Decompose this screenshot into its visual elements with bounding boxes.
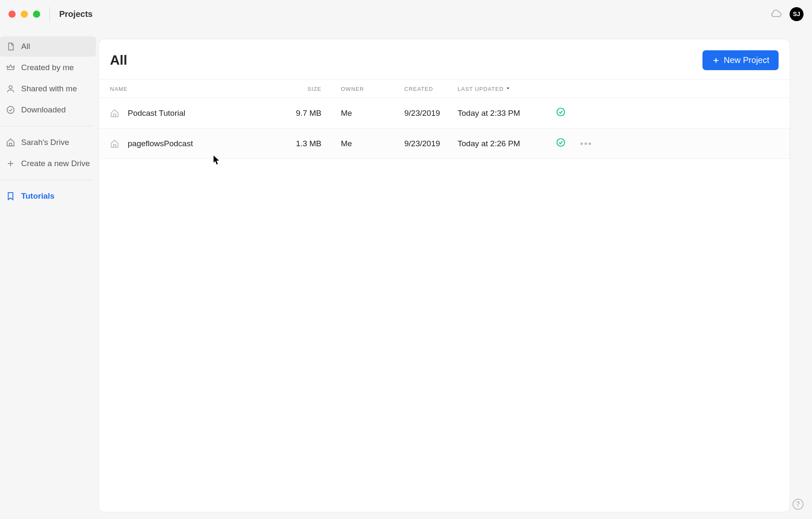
sidebar-filter-label: Shared with me — [21, 84, 77, 93]
table-header: NAME SIZE OWNER CREATED LAST UPDATED — [99, 79, 790, 98]
help-button[interactable]: ? — [793, 499, 804, 510]
sidebar-filter-shared-with-me[interactable]: Shared with me — [0, 79, 96, 99]
project-size: 1.3 MB — [279, 139, 321, 148]
minimize-window-button[interactable] — [21, 11, 28, 18]
row-more-actions-button[interactable]: ••• — [580, 139, 592, 148]
project-name: Podcast Tutorial — [128, 109, 185, 118]
sidebar-drive-label: Sarah's Drive — [21, 138, 69, 147]
help-label: ? — [796, 500, 800, 508]
project-created: 9/23/2019 — [404, 139, 458, 148]
home-icon — [6, 138, 15, 147]
window-title: Projects — [59, 9, 93, 19]
sidebar-tutorials-label: Tutorials — [21, 191, 55, 201]
titlebar: Projects SJ — [0, 0, 812, 28]
close-window-button[interactable] — [8, 11, 16, 18]
synced-check-icon — [556, 137, 566, 150]
synced-check-icon — [556, 107, 566, 119]
crown-icon — [6, 63, 15, 72]
panel-title: All — [110, 52, 127, 68]
table-row[interactable]: pageflowsPodcast 1.3 MB Me 9/23/2019 Tod… — [99, 128, 790, 159]
project-size: 9.7 MB — [279, 109, 321, 118]
svg-point-0 — [9, 86, 12, 89]
column-header-owner[interactable]: OWNER — [341, 86, 404, 92]
bookmark-icon — [6, 191, 15, 201]
project-created: 9/23/2019 — [404, 109, 458, 118]
window-controls — [8, 7, 50, 21]
person-icon — [6, 84, 15, 93]
home-icon — [110, 139, 119, 148]
column-header-last-updated[interactable]: LAST UPDATED — [458, 86, 548, 92]
table-row[interactable]: Podcast Tutorial 9.7 MB Me 9/23/2019 Tod… — [99, 98, 790, 128]
new-project-label: New Project — [724, 55, 769, 65]
plus-icon — [712, 56, 720, 65]
plus-icon — [6, 159, 15, 168]
column-header-size[interactable]: SIZE — [279, 86, 321, 92]
column-header-last-updated-label: LAST UPDATED — [458, 86, 504, 92]
document-icon — [6, 42, 15, 51]
column-header-name[interactable]: NAME — [110, 86, 279, 92]
user-avatar[interactable]: SJ — [790, 7, 804, 21]
new-project-button[interactable]: New Project — [702, 50, 779, 70]
projects-panel: All New Project NAME SIZE OWNER CREATED … — [99, 39, 790, 512]
check-circle-icon — [6, 105, 15, 115]
sidebar-filter-all[interactable]: All — [0, 36, 96, 57]
column-header-created[interactable]: CREATED — [404, 86, 458, 92]
table-body: Podcast Tutorial 9.7 MB Me 9/23/2019 Tod… — [99, 98, 790, 159]
sidebar-separator — [0, 180, 93, 180]
cloud-sync-icon[interactable] — [770, 7, 782, 21]
project-last-updated: Today at 2:33 PM — [458, 109, 548, 118]
project-owner: Me — [341, 139, 404, 148]
sidebar-create-drive-label: Create a new Drive — [21, 159, 90, 168]
sidebar-filter-label: Downloaded — [21, 105, 66, 115]
sidebar-create-drive[interactable]: Create a new Drive — [0, 153, 96, 174]
project-name: pageflowsPodcast — [128, 139, 193, 148]
sidebar-separator — [0, 126, 93, 126]
sidebar-filter-label: All — [21, 42, 30, 51]
sidebar-drive-item[interactable]: Sarah's Drive — [0, 132, 96, 153]
sort-descending-icon — [505, 86, 510, 92]
main-area: All New Project NAME SIZE OWNER CREATED … — [99, 28, 790, 519]
fullscreen-window-button[interactable] — [33, 11, 40, 18]
project-last-updated: Today at 2:26 PM — [458, 139, 548, 148]
sidebar-filter-downloaded[interactable]: Downloaded — [0, 100, 96, 120]
user-initials: SJ — [793, 11, 800, 17]
svg-point-1 — [7, 107, 14, 114]
svg-point-2 — [557, 108, 565, 116]
sidebar-tutorials[interactable]: Tutorials — [0, 186, 96, 206]
svg-point-3 — [557, 139, 565, 146]
sidebar-filter-label: Created by me — [21, 63, 74, 72]
sidebar-filter-created-by-me[interactable]: Created by me — [0, 57, 96, 78]
home-icon — [110, 109, 119, 118]
project-owner: Me — [341, 109, 404, 118]
sidebar: All Created by me Shared with me Downloa… — [0, 28, 99, 519]
